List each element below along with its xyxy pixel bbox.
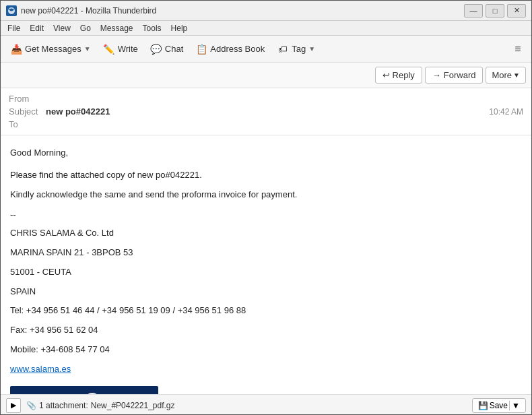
- from-label: From: [9, 94, 46, 104]
- email-scroll[interactable]: Good Morning, Please find the attached c…: [1, 135, 531, 394]
- more-dropdown-icon: ▼: [513, 71, 520, 79]
- write-icon: ✏️: [103, 43, 115, 55]
- menu-go[interactable]: Go: [76, 22, 95, 34]
- menu-view[interactable]: View: [49, 22, 75, 34]
- email-address1: MARINA SPAIN 21 - 3BPOB 53: [10, 246, 522, 260]
- window-controls: — □ ✕: [464, 4, 526, 18]
- menu-help[interactable]: Help: [167, 22, 192, 34]
- toolbar: 📥 Get Messages ▼ ✏️ Write 💬 Chat 📋 Addre…: [1, 36, 531, 63]
- forward-label: Forward: [444, 70, 476, 80]
- get-messages-dropdown[interactable]: ▼: [84, 45, 91, 53]
- email-line1: Please find the attached copy of new po#…: [10, 168, 522, 183]
- attachment-count: 1 attachment:: [39, 401, 88, 410]
- toolbar-menu-button[interactable]: ≡: [508, 40, 527, 59]
- email-address2: 51001 - CEUTA: [10, 265, 522, 280]
- get-messages-label: Get Messages: [25, 44, 81, 54]
- save-dropdown-icon[interactable]: ▼: [509, 401, 520, 410]
- close-button[interactable]: ✕: [507, 4, 526, 18]
- reply-button[interactable]: ↩ Reply: [375, 67, 422, 84]
- statusbar: ▶ 📎 1 attachment: New_#P042221_pdf.gz 💾 …: [1, 394, 531, 415]
- content-wrapper: ↩ Reply → Forward More ▼ From Subject ne…: [1, 63, 531, 415]
- email-header: From Subject new po#042221 10:42 AM To: [1, 88, 531, 135]
- subject-row: Subject new po#042221 10:42 AM: [9, 105, 523, 118]
- email-company: CHRIS SALAMA & Co. Ltd: [10, 226, 522, 241]
- menu-edit[interactable]: Edit: [26, 22, 48, 34]
- email-body: Good Morning, Please find the attached c…: [1, 135, 531, 394]
- write-button[interactable]: ✏️ Write: [98, 40, 143, 58]
- titlebar: new po#042221 - Mozilla Thunderbird — □ …: [1, 1, 531, 21]
- more-button[interactable]: More ▼: [486, 67, 526, 84]
- menu-message[interactable]: Message: [96, 22, 137, 34]
- email-website[interactable]: www.salama.es: [10, 364, 71, 374]
- address-book-button[interactable]: 📋 Address Book: [190, 40, 270, 58]
- more-label: More: [492, 70, 512, 80]
- chat-button[interactable]: 💬 Chat: [145, 40, 189, 58]
- chat-icon: 💬: [150, 43, 162, 55]
- save-button[interactable]: 💾 Save ▼: [472, 398, 526, 413]
- get-messages-icon: 📥: [10, 43, 22, 55]
- address-book-label: Address Book: [210, 44, 265, 54]
- subject-label: Subject: [9, 106, 46, 117]
- actionbar: ↩ Reply → Forward More ▼: [1, 63, 531, 88]
- menu-tools[interactable]: Tools: [139, 22, 166, 34]
- email-greeting: Good Morning,: [10, 146, 522, 160]
- email-time: 10:42 AM: [489, 107, 523, 117]
- tag-icon: 🏷: [277, 43, 289, 55]
- save-label: Save: [490, 401, 508, 410]
- menubar: File Edit View Go Message Tools Help: [1, 21, 531, 36]
- company-logo: SALAMA: [10, 386, 158, 394]
- svg-point-1: [83, 393, 102, 394]
- attachment-info: 📎 1 attachment: New_#P042221_pdf.gz: [26, 401, 174, 410]
- email-mobile: Mobile: +34-608 54 77 04: [10, 343, 522, 357]
- paperclip-icon: 📎: [26, 401, 36, 410]
- to-label: To: [9, 119, 46, 129]
- write-label: Write: [118, 44, 138, 54]
- forward-button[interactable]: → Forward: [425, 67, 484, 84]
- email-tel: Tel: +34 956 51 46 44 / +34 956 51 19 09…: [10, 304, 522, 318]
- logo-bird-icon: [72, 391, 112, 394]
- app-icon: [6, 5, 17, 16]
- tag-button[interactable]: 🏷 Tag ▼: [271, 40, 321, 58]
- titlebar-left: new po#042221 - Mozilla Thunderbird: [6, 5, 156, 16]
- forward-icon: →: [432, 70, 441, 80]
- attachment-name: New_#P042221_pdf.gz: [91, 401, 175, 410]
- maximize-button[interactable]: □: [486, 4, 504, 18]
- email-country: SPAIN: [10, 285, 522, 299]
- get-messages-button[interactable]: 📥 Get Messages ▼: [5, 40, 96, 58]
- reply-icon: ↩: [383, 70, 390, 80]
- minimize-button[interactable]: —: [464, 4, 483, 18]
- email-fax: Fax: +34 956 51 62 04: [10, 323, 522, 338]
- statusbar-left: ▶ 📎 1 attachment: New_#P042221_pdf.gz: [6, 398, 467, 413]
- to-row: To: [9, 118, 523, 131]
- chat-label: Chat: [165, 44, 183, 54]
- reply-label: Reply: [393, 70, 415, 80]
- tag-label: Tag: [292, 44, 306, 54]
- expand-button[interactable]: ▶: [6, 398, 21, 413]
- window-title: new po#042221 - Mozilla Thunderbird: [21, 6, 156, 15]
- menu-file[interactable]: File: [3, 22, 24, 34]
- from-row: From: [9, 92, 523, 105]
- tag-dropdown[interactable]: ▼: [308, 45, 315, 53]
- email-separator: --: [10, 208, 522, 222]
- save-icon: 💾: [478, 401, 488, 410]
- address-book-icon: 📋: [195, 43, 207, 55]
- subject-value: new po#042221: [46, 106, 110, 117]
- email-line2: Kindly acknowledge the same and send the…: [10, 188, 522, 202]
